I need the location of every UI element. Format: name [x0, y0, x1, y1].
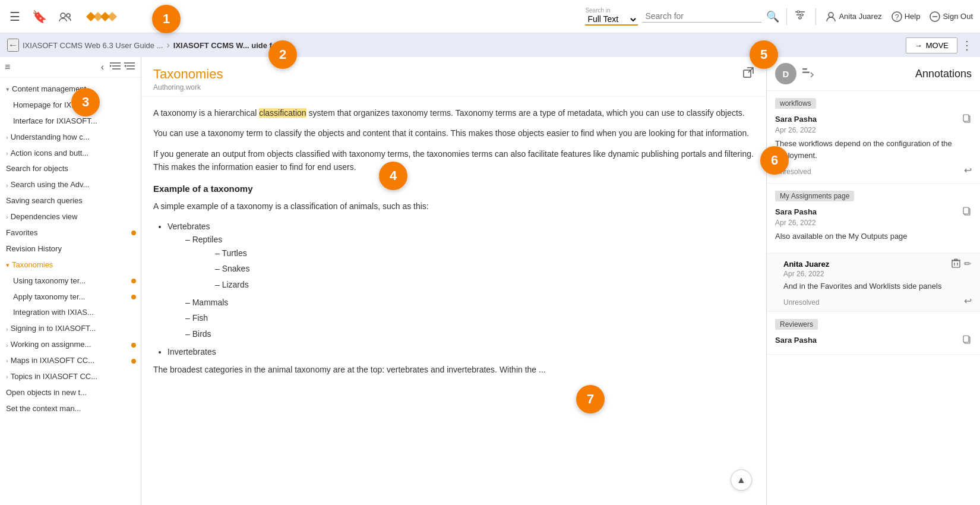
highlight-classification: classification: [259, 108, 306, 118]
annotation-tag-2: My Assignments page: [775, 191, 854, 201]
content-title: Taxonomies: [153, 67, 738, 82]
annotation-reply-button-1[interactable]: ↩: [964, 165, 972, 176]
sidebar-item-taxonomies[interactable]: ▾ Taxonomies: [0, 257, 141, 273]
annotation-copy-icon-2[interactable]: [962, 206, 972, 217]
annotation-delete-icon[interactable]: [951, 258, 960, 270]
users-icon[interactable]: [56, 9, 74, 24]
breadcrumb-item-1[interactable]: IXIASOFT CCMS Web 6.3 User Guide ...: [23, 41, 163, 50]
annotation-reply-card: Anita Juarez ✏ Apr 26, 2022 And in the F…: [767, 254, 980, 313]
search-area: Search in Full Text Title 🔍: [585, 8, 806, 26]
svg-rect-27: [802, 68, 807, 70]
svg-text:?: ?: [894, 13, 899, 21]
annotation-user-row-3: Sara Pasha: [775, 334, 972, 346]
content-area: Taxonomies Authoring.work A taxonomy is …: [141, 57, 766, 505]
sidebar-item-maps[interactable]: › Maps in IXIASOFT CC...: [0, 353, 141, 369]
search-input[interactable]: [643, 10, 761, 23]
annotation-status-2: Unresolved: [783, 298, 820, 307]
annotation-user-row-2: Sara Pasha: [775, 206, 972, 217]
search-button[interactable]: 🔍: [766, 10, 779, 23]
scroll-to-top-button[interactable]: ▲: [731, 469, 752, 491]
sidebar-item-homepage[interactable]: Homepage for IXIAS...: [0, 97, 141, 113]
sidebar-item-integration[interactable]: Integration with IXIAS...: [0, 305, 141, 321]
main-layout: ≡ ‹: [0, 57, 980, 505]
annotation-date-2: Apr 26, 2022: [775, 219, 972, 227]
sidebar-item-label: Revision History: [6, 244, 62, 254]
indent-increase-button[interactable]: [109, 61, 122, 74]
annotation-card-3: Reviewers Sara Pasha: [767, 312, 980, 355]
sidebar-item-search-adv[interactable]: › Search using the Adv...: [0, 177, 141, 193]
sidebar-item-signing-in[interactable]: › Signing in to IXIASOFT...: [0, 321, 141, 337]
svg-point-0: [61, 13, 65, 18]
example-intro: A simple example of a taxonomy is a clas…: [153, 200, 754, 213]
annotations-panel: D Annotations workflows Sara Pasha: [766, 57, 980, 505]
sidebar-item-search-objects[interactable]: Search for objects: [0, 161, 141, 177]
nav-divider: [815, 8, 816, 25]
signout-button[interactable]: Sign Out: [930, 11, 973, 22]
sidebar-item-interface[interactable]: Interface for IXIASOFT...: [0, 113, 141, 130]
sidebar-item-revision-history[interactable]: Revision History: [0, 241, 141, 257]
annotation-copy-icon-3[interactable]: [962, 334, 972, 346]
menu-icon[interactable]: ☰: [7, 7, 23, 26]
list-item-reptiles: Reptiles Turtles Snakes Lizards: [185, 233, 754, 291]
content-title-block: Taxonomies Authoring.work: [153, 67, 738, 91]
sidebar-item-favorites[interactable]: Favorites: [0, 225, 141, 241]
sidebar-collapse-button[interactable]: ‹: [101, 62, 104, 72]
status-dot: [131, 279, 136, 283]
chevron-right-icon: ›: [6, 356, 8, 365]
chevron-down-icon: ▾: [6, 85, 10, 93]
svg-marker-5: [108, 12, 117, 21]
sidebar-item-using-taxonomy[interactable]: Using taxonomy ter...: [0, 273, 141, 289]
annotation-reply-button-2[interactable]: ↩: [964, 295, 972, 307]
sidebar-item-understanding[interactable]: › Understanding how c...: [0, 130, 141, 146]
indent-decrease-button[interactable]: [123, 61, 136, 74]
paragraph-3: If you generate an output from objects c…: [153, 147, 754, 174]
annotation-copy-icon-1[interactable]: [962, 113, 972, 125]
breadcrumb-separator: ›: [166, 40, 169, 50]
open-in-new-window-button[interactable]: [742, 67, 754, 81]
sidebar-item-content-management[interactable]: ▾ Content management ...: [0, 81, 141, 97]
annotation-reply-text: And in the Favorites and Worklists side …: [783, 280, 972, 292]
annotation-status-1: Unresolved: [775, 168, 811, 176]
more-options-button[interactable]: ⋮: [961, 38, 973, 52]
sidebar-list-icon[interactable]: ≡: [5, 62, 10, 72]
filter-icon[interactable]: [794, 10, 806, 23]
sidebar-item-context[interactable]: Set the context man...: [0, 401, 141, 417]
annotations-list-icon[interactable]: [802, 68, 814, 80]
sidebar-item-open-objects[interactable]: Open objects in new t...: [0, 385, 141, 401]
sidebar-item-topics[interactable]: › Topics in IXIASOFT CC...: [0, 369, 141, 385]
logo: [81, 7, 117, 26]
sidebar-item-working-assignments[interactable]: › Working on assignme...: [0, 337, 141, 353]
sidebar-item-label: Set the context man...: [6, 404, 81, 414]
content-body: A taxonomy is a hierarchical classificat…: [141, 97, 766, 505]
sub-sub-list: Turtles Snakes Lizards: [185, 247, 754, 291]
footer-text: The broadest categories in the animal ta…: [153, 363, 754, 376]
svg-point-11: [799, 17, 801, 19]
annotation-user-3: Sara Pasha: [775, 336, 817, 345]
back-button[interactable]: ←: [7, 39, 19, 52]
sidebar-item-label: Open objects in new t...: [6, 388, 87, 398]
sidebar-item-label: Interface for IXIASOFT...: [13, 116, 97, 127]
breadcrumb-item-2[interactable]: IXIASOFT CCMS W... uide for C...: [173, 41, 294, 50]
bookmark-icon[interactable]: 🔖: [30, 7, 49, 26]
annotation-icons-3: [962, 334, 972, 346]
sidebar-item-dependencies[interactable]: › Dependencies view: [0, 209, 141, 225]
annotation-user-2: Sara Pasha: [775, 207, 817, 216]
annotation-edit-icon[interactable]: ✏: [964, 258, 972, 269]
taxonomy-list: Vertebrates Reptiles Turtles Snakes Liza…: [153, 220, 754, 359]
user-menu[interactable]: Anita Juarez: [826, 11, 881, 22]
status-dot: [131, 231, 136, 235]
sidebar-item-action-icons[interactable]: › Action icons and butt...: [0, 146, 141, 162]
annotation-reply-user-row: Anita Juarez ✏: [783, 258, 972, 270]
avatar: D: [775, 63, 796, 84]
sidebar-item-apply-taxonomy[interactable]: Apply taxonomy ter...: [0, 289, 141, 305]
annotations-body: workflows Sara Pasha Apr 26, 2022 These …: [767, 91, 980, 505]
search-in-select[interactable]: Full Text Title: [585, 14, 638, 26]
sidebar-item-label: Homepage for IXIAS...: [13, 100, 90, 111]
help-button[interactable]: ? Help: [892, 11, 921, 22]
annotation-icons-1: [962, 113, 972, 125]
svg-rect-30: [963, 115, 969, 121]
sidebar-item-label: Search for objects: [6, 164, 68, 174]
sidebar-item-label: Working on assignme...: [11, 340, 91, 350]
sidebar-item-saving-queries[interactable]: Saving search queries: [0, 193, 141, 209]
move-button[interactable]: → MOVE: [906, 37, 957, 53]
